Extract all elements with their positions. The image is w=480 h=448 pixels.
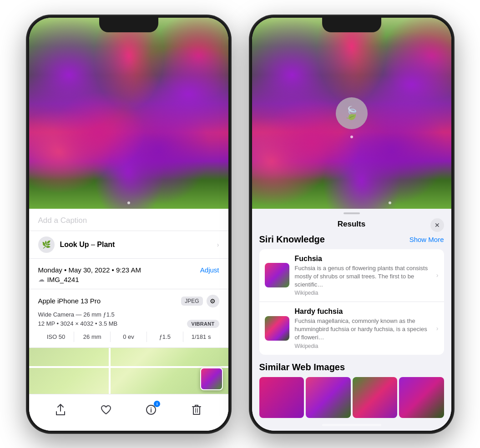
siri-leaf-icon: 🍃 [344,106,359,121]
format-badges: JPEG ⚙ [181,295,219,307]
notch [322,18,381,32]
camera-settings-icon[interactable]: ⚙ [207,295,219,307]
dimensions-text: 12 MP • 3024 × 4032 • 3.5 MB [38,320,118,327]
camera-specs: Wide Camera — 26 mm ƒ1.5 [38,311,219,318]
results-header: Results ✕ [252,216,451,234]
format-badge: JPEG [181,297,202,306]
similar-image-2[interactable] [306,377,351,418]
similar-image-4[interactable] [399,377,444,418]
page-dot-right [389,201,391,204]
mute-button[interactable] [26,83,27,98]
lookup-text: Look Up – Plant [60,241,212,249]
exif-row: ISO 50 26 mm 0 ev ƒ1.5 1/181 s [38,332,219,342]
left-phone: Add a Caption 🌿 Look Up – Plant › Monday… [26,15,231,433]
close-icon: ✕ [435,221,440,229]
fuchsia-thumbnail [265,263,289,287]
map-section[interactable] [29,348,228,394]
left-screen: Add a Caption 🌿 Look Up – Plant › Monday… [29,18,228,431]
info-panel: Add a Caption 🌿 Look Up – Plant › Monday… [29,209,228,431]
map-photo-thumbnail [200,367,223,390]
exif-aperture: ƒ1.5 [147,332,183,342]
page-dot [127,201,130,204]
lookup-row[interactable]: 🌿 Look Up – Plant › [29,231,228,259]
siri-knowledge-title: Siri Knowledge [259,234,325,245]
results-panel: Results ✕ Siri Knowledge Show More [252,209,451,431]
exif-ev: 0 ev [111,332,147,342]
mute-button[interactable] [249,83,250,98]
fuchsia-description: Fuchsia is a genus of flowering plants t… [295,264,431,289]
similar-section: Similar Web Images [259,362,444,418]
map-road-vertical [109,348,111,394]
caption-placeholder[interactable]: Add a Caption [38,216,87,225]
exif-focal: 26 mm [74,332,111,342]
similar-image-3[interactable] [353,377,398,418]
home-indicator [322,424,381,426]
home-indicator [99,424,158,426]
knowledge-item-fuchsia[interactable]: Fuchsia Fuchsia is a genus of flowering … [259,249,444,302]
date-text: Monday • May 30, 2022 • 9:23 AM [38,266,141,274]
similar-images-grid [259,377,444,418]
device-section: Apple iPhone 13 Pro JPEG ⚙ Wide Camera —… [29,289,228,348]
volume-down-button[interactable] [26,138,27,165]
notch [99,18,158,32]
siri-visual-circle: 🍃 [336,97,368,129]
hardy-fuchsia-source: Wikipedia [295,343,431,349]
siri-knowledge-header: Siri Knowledge Show More [259,234,444,245]
flower-photo[interactable] [29,18,228,209]
knowledge-text-fuchsia: Fuchsia Fuchsia is a genus of flowering … [295,255,431,297]
knowledge-card: Fuchsia Fuchsia is a genus of flowering … [259,249,444,355]
fuchsia-source: Wikipedia [295,290,431,296]
chevron-right-icon: › [436,325,439,332]
drag-handle[interactable] [344,212,360,214]
siri-connecting-dot [350,136,353,138]
date-section: Monday • May 30, 2022 • 9:23 AM Adjust ☁… [29,259,228,289]
share-button[interactable] [51,400,71,420]
show-more-button[interactable]: Show More [409,236,444,243]
volume-down-button[interactable] [249,138,250,165]
fuchsia-title: Fuchsia [295,255,431,263]
right-screen: 🍃 Results ✕ Siri Knowledge [252,18,451,431]
right-phone: 🍃 Results ✕ Siri Knowledge [249,15,454,433]
close-button[interactable]: ✕ [430,218,444,232]
knowledge-item-hardy-fuchsia[interactable]: Hardy fuchsia Fuchsia magellanica, commo… [259,302,444,355]
caption-area[interactable]: Add a Caption [29,209,228,231]
exif-iso: ISO 50 [38,332,75,342]
exif-shutter: 1/181 s [183,332,219,342]
chevron-right-icon: › [217,241,219,248]
favorite-button[interactable] [96,400,116,420]
hardy-fuchsia-description: Fuchsia magellanica, commonly known as t… [295,317,431,342]
info-badge: i [154,401,160,407]
svg-point-1 [151,408,152,408]
chevron-right-icon: › [436,272,439,279]
vibrant-badge: VIBRANT [187,320,219,328]
volume-up-button[interactable] [26,106,27,133]
info-button[interactable]: i [141,400,161,420]
cloud-icon: ☁ [38,276,45,283]
results-title: Results [338,220,365,229]
volume-up-button[interactable] [249,106,250,133]
filename: IMG_4241 [47,276,79,283]
leaf-icon: 🌿 [42,240,51,249]
similar-title: Similar Web Images [259,362,444,372]
device-name: Apple iPhone 13 Pro [38,297,101,305]
power-button[interactable] [454,106,454,147]
results-content: Siri Knowledge Show More Fuchsia Fuchsia… [252,234,451,431]
flower-photo-right[interactable]: 🍃 [252,18,451,209]
hardy-fuchsia-title: Hardy fuchsia [295,307,431,316]
map-road-horizontal [29,366,228,368]
similar-image-1[interactable] [259,377,304,418]
hardy-fuchsia-thumbnail [265,316,289,341]
siri-icon: 🌿 [38,237,55,253]
knowledge-text-hardy: Hardy fuchsia Fuchsia magellanica, commo… [295,307,431,349]
power-button[interactable] [231,106,231,147]
adjust-button[interactable]: Adjust [200,266,219,274]
delete-button[interactable] [187,400,207,420]
